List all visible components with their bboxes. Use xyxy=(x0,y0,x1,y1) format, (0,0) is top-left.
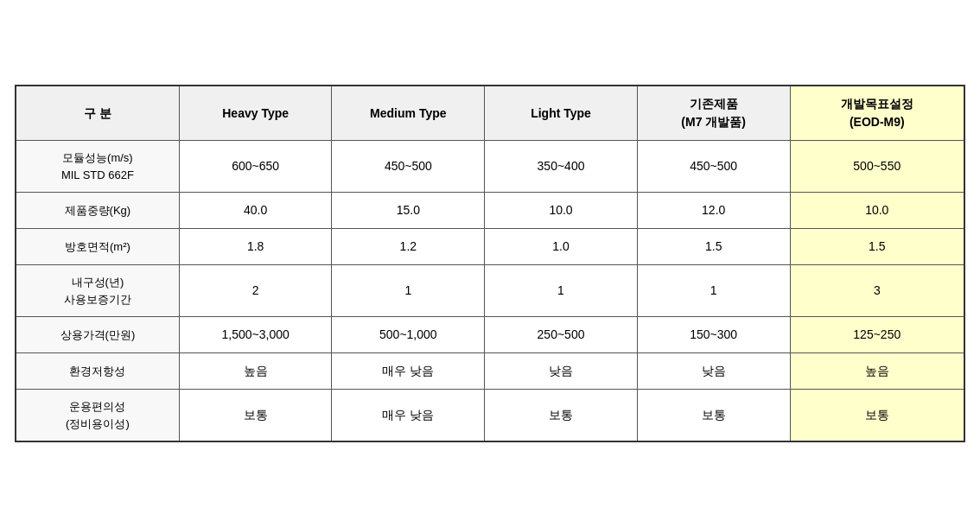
comparison-table: 구 분 Heavy Type Medium Type Light Type 기존… xyxy=(15,85,965,442)
cell-medium: 500~1,000 xyxy=(332,317,485,353)
cell-category: 운용편의성(정비용이성) xyxy=(16,390,179,442)
cell-medium: 1.2 xyxy=(332,229,485,265)
cell-light: 350~400 xyxy=(485,141,638,193)
cell-light: 보통 xyxy=(485,390,638,442)
cell-existing: 1 xyxy=(637,265,790,317)
cell-category: 상용가격(만원) xyxy=(16,317,179,353)
header-gubun: 구 분 xyxy=(16,86,179,141)
cell-target: 1.5 xyxy=(790,229,964,265)
cell-target: 10.0 xyxy=(790,193,964,229)
cell-existing: 450~500 xyxy=(637,141,790,193)
cell-medium: 1 xyxy=(332,265,485,317)
cell-heavy: 1.8 xyxy=(179,229,332,265)
cell-heavy: 40.0 xyxy=(179,193,332,229)
cell-medium: 매우 낮음 xyxy=(332,353,485,390)
cell-target: 높음 xyxy=(790,353,964,390)
header-existing: 기존제품(M7 개발품) xyxy=(637,86,790,141)
cell-category: 제품중량(Kg) xyxy=(16,193,179,229)
cell-target: 500~550 xyxy=(790,141,964,193)
header-target: 개발목표설정(EOD-M9) xyxy=(790,86,964,141)
cell-medium: 15.0 xyxy=(332,193,485,229)
cell-light: 1 xyxy=(485,265,638,317)
cell-category: 모듈성능(m/s)MIL STD 662F xyxy=(16,141,179,193)
cell-category: 환경저항성 xyxy=(16,353,179,390)
table-row: 내구성(년)사용보증기간21113 xyxy=(16,265,964,317)
cell-light: 250~500 xyxy=(485,317,638,353)
table-row: 상용가격(만원)1,500~3,000500~1,000250~500150~3… xyxy=(16,317,964,353)
cell-heavy: 2 xyxy=(179,265,332,317)
table-row: 제품중량(Kg)40.015.010.012.010.0 xyxy=(16,193,964,229)
cell-category: 내구성(년)사용보증기간 xyxy=(16,265,179,317)
cell-light: 낮음 xyxy=(485,353,638,390)
header-medium: Medium Type xyxy=(332,86,485,141)
comparison-table-wrapper: 구 분 Heavy Type Medium Type Light Type 기존… xyxy=(15,85,965,442)
cell-target: 3 xyxy=(790,265,964,317)
cell-heavy: 높음 xyxy=(179,353,332,390)
cell-heavy: 1,500~3,000 xyxy=(179,317,332,353)
cell-category: 방호면적(m²) xyxy=(16,229,179,265)
cell-existing: 보통 xyxy=(637,390,790,442)
cell-heavy: 600~650 xyxy=(179,141,332,193)
header-light: Light Type xyxy=(485,86,638,141)
table-row: 방호면적(m²)1.81.21.01.51.5 xyxy=(16,229,964,265)
cell-existing: 1.5 xyxy=(637,229,790,265)
cell-medium: 450~500 xyxy=(332,141,485,193)
cell-light: 1.0 xyxy=(485,229,638,265)
cell-existing: 12.0 xyxy=(637,193,790,229)
cell-target: 125~250 xyxy=(790,317,964,353)
cell-light: 10.0 xyxy=(485,193,638,229)
table-row: 모듈성능(m/s)MIL STD 662F600~650450~500350~4… xyxy=(16,141,964,193)
cell-target: 보통 xyxy=(790,390,964,442)
cell-existing: 낮음 xyxy=(637,353,790,390)
header-heavy: Heavy Type xyxy=(179,86,332,141)
cell-existing: 150~300 xyxy=(637,317,790,353)
cell-medium: 매우 낮음 xyxy=(332,390,485,442)
table-row: 운용편의성(정비용이성)보통매우 낮음보통보통보통 xyxy=(16,390,964,442)
cell-heavy: 보통 xyxy=(179,390,332,442)
table-row: 환경저항성높음매우 낮음낮음낮음높음 xyxy=(16,353,964,390)
